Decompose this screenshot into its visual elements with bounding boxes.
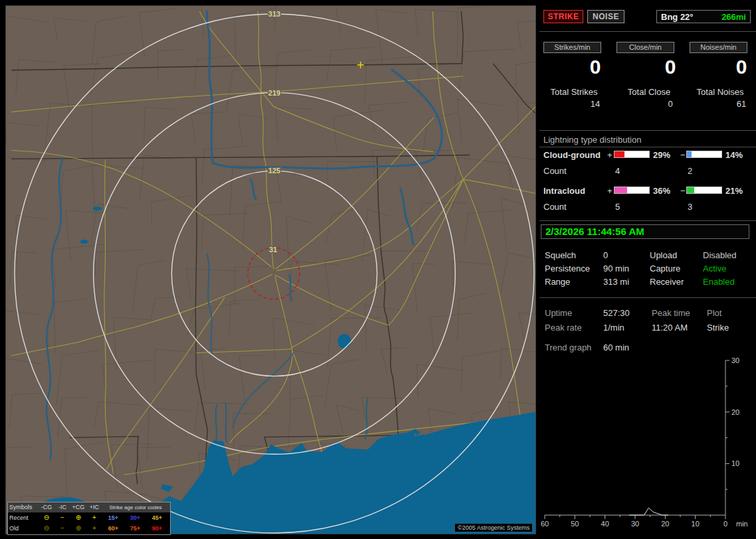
close-per-min-label: Close/min (616, 42, 674, 53)
close-per-min-value: 0 (632, 56, 709, 78)
clock-display: 2/3/2026 11:44:56 AM (541, 224, 749, 239)
distance-value: 266mi (721, 12, 746, 22)
divider (539, 297, 756, 298)
cloud-ground-positive-count: 4 (615, 166, 620, 176)
legend-symbols-header: Symbols (9, 502, 39, 512)
neg-cg-old-icon: ⊖ (39, 523, 54, 534)
map-legend: Symbols -CG -IC +CG +IC Strike age color… (7, 502, 171, 535)
intracloud-positive-count: 5 (615, 202, 620, 212)
pos-cg-recent-icon: ⊕ (70, 512, 86, 523)
svg-text:10: 10 (731, 459, 739, 467)
intracloud-negative-count: 3 (688, 202, 692, 212)
plus-sign: + (607, 186, 613, 196)
range-label: Range (545, 277, 570, 287)
distribution-title: Lightning type distribution (543, 135, 641, 145)
intracloud-label: Intracloud (543, 186, 585, 196)
noises-per-min-value: 0 (703, 56, 756, 78)
range-value: 313 mi (603, 277, 629, 287)
map-panel: 313 219 125 31 Symbols -CG -IC +CG +IC S… (5, 5, 536, 534)
legend-old-label: Old (9, 523, 39, 534)
intracloud-positive-bar (614, 187, 650, 194)
age-code-75: 75+ (124, 523, 146, 534)
bearing-distance-box: Bng 22° 266mi (656, 10, 751, 23)
neg-cg-recent-icon: ⊖ (39, 512, 54, 523)
receiver-status: Enabled (703, 277, 735, 287)
minus-sign: − (680, 186, 686, 196)
trend-graph-window: 60 min (603, 343, 629, 352)
noises-per-min-label: Noises/min (690, 42, 747, 53)
plot-value: Strike (707, 323, 729, 333)
svg-text:20: 20 (731, 408, 739, 416)
upload-label: Upload (650, 250, 677, 260)
receiver-label: Receiver (650, 277, 684, 287)
peak-rate-label: Peak rate (545, 323, 582, 333)
persistence-value: 90 min (603, 264, 629, 273)
lightning-tracker-app: { "app": { "copyright": "©2005 Astrogeni… (0, 0, 756, 539)
plus-sign: + (607, 150, 613, 160)
svg-text:30: 30 (731, 356, 739, 364)
map-canvas[interactable]: 313 219 125 31 (6, 6, 535, 534)
bearing-value: Bng 22° (661, 12, 694, 22)
ring-label-219: 219 (268, 89, 280, 97)
strikes-per-min-value: 0 (557, 56, 634, 78)
divider (539, 220, 756, 221)
capture-status: Active (703, 264, 726, 273)
total-noises-value: 61 (703, 99, 756, 109)
pos-cg-old-icon: ⊕ (70, 523, 86, 534)
trend-graph: 3020106050403020100min (539, 355, 756, 538)
uptime-label: Uptime (545, 308, 572, 318)
total-close-value: 0 (632, 99, 709, 109)
ring-label-313: 313 (268, 10, 280, 18)
pos-ic-old-icon: + (86, 523, 102, 534)
intracloud-negative-pct: 21% (725, 186, 743, 196)
peak-time-label: Peak time (652, 308, 690, 318)
cloud-ground-negative-pct: 14% (725, 150, 743, 160)
count-label: Count (543, 202, 567, 212)
legend-col-pcg: +CG (70, 502, 86, 512)
total-noises-label: Total Noises (682, 87, 756, 97)
cloud-ground-positive-pct: 29% (653, 150, 670, 160)
legend-col-pic: +IC (86, 502, 102, 512)
age-code-90: 90+ (146, 523, 168, 534)
noise-indicator: NOISE (587, 10, 624, 23)
strikes-per-min-label: Strikes/min (543, 42, 601, 53)
copyright-text: ©2005 Astrogenic Systems (455, 524, 532, 532)
svg-text:20: 20 (661, 520, 669, 528)
cloud-ground-positive-bar (614, 151, 650, 158)
age-code-45: 45+ (146, 512, 168, 523)
svg-text:60: 60 (541, 520, 549, 528)
svg-text:0: 0 (723, 520, 727, 528)
svg-text:min: min (736, 520, 748, 528)
total-strikes-label: Total Strikes (535, 87, 613, 97)
legend-row-old: Old ⊖ − ⊕ + 60+ 75+ 90+ (8, 523, 170, 534)
svg-text:50: 50 (571, 520, 579, 528)
divider (539, 31, 756, 32)
svg-text:40: 40 (601, 520, 609, 528)
legend-header: Symbols -CG -IC +CG +IC Strike age color… (8, 502, 170, 512)
age-code-15: 15+ (102, 512, 124, 523)
legend-row-recent: Recent ⊖ − ⊕ + 15+ 30+ 45+ (8, 512, 170, 523)
total-strikes-value: 14 (557, 99, 634, 109)
neg-ic-old-icon: − (54, 523, 70, 534)
cloud-ground-negative-bar (686, 151, 722, 158)
legend-col-nic: -IC (54, 502, 70, 512)
plot-label: Plot (707, 308, 721, 318)
divider (539, 130, 756, 131)
uptime-value: 527:30 (603, 308, 630, 318)
age-code-60: 60+ (102, 523, 124, 534)
peak-time-value: 11:20 AM (652, 323, 688, 333)
divider (539, 147, 756, 147)
intracloud-positive-pct: 36% (653, 186, 670, 196)
svg-text:30: 30 (631, 520, 639, 528)
strike-indicator: STRIKE (543, 10, 583, 23)
age-code-30: 30+ (124, 512, 146, 523)
trend-graph-label: Trend graph (545, 343, 591, 352)
squelch-label: Squelch (545, 250, 576, 260)
persistence-label: Persistence (545, 264, 590, 273)
minus-sign: − (680, 150, 686, 160)
ring-label-31: 31 (269, 246, 277, 254)
cloud-ground-label: Cloud-ground (543, 150, 601, 160)
neg-ic-recent-icon: − (54, 512, 70, 523)
squelch-value: 0 (603, 250, 608, 260)
upload-status: Disabled (703, 250, 737, 260)
